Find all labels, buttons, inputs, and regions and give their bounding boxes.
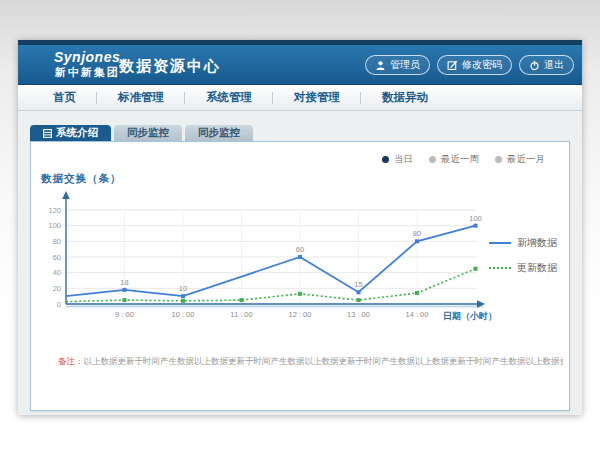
tab-label: 同步监控: [198, 126, 240, 140]
user-button[interactable]: 管理员: [365, 55, 430, 75]
svg-text:100: 100: [48, 221, 61, 230]
nav-item-system[interactable]: 系统管理: [185, 85, 273, 110]
legend-label: 更新数据: [517, 261, 557, 275]
power-icon: [529, 60, 540, 71]
page-title: 数据资源中心: [119, 57, 221, 76]
radio-label: 最近一月: [507, 153, 545, 166]
change-password-label: 修改密码: [462, 58, 502, 72]
nav-item-home[interactable]: 首页: [32, 85, 97, 110]
app-window: Synjones 新中新集团 数据资源中心 管理员 修改密码: [18, 40, 582, 415]
svg-text:13 : 00: 13 : 00: [347, 310, 370, 319]
svg-text:11 : 00: 11 : 00: [230, 310, 252, 319]
main-nav: 首页 标准管理 系统管理 对接管理 数据异动: [18, 85, 582, 111]
nav-item-data-changes[interactable]: 数据异动: [361, 85, 449, 110]
pencil-square-icon: [447, 60, 458, 71]
tab-label: 同步监控: [127, 126, 169, 140]
svg-text:80: 80: [53, 237, 61, 246]
footnote-label: 备注：: [58, 356, 84, 366]
radio-dot-icon: [382, 156, 389, 163]
svg-text:20: 20: [53, 284, 61, 293]
legend-item-updated-data: 更新数据: [489, 261, 557, 275]
legend-item-new-data: 新增数据: [489, 236, 557, 250]
svg-text:100: 100: [469, 214, 482, 223]
svg-text:60: 60: [53, 253, 61, 262]
radio-last-month[interactable]: 最近一月: [495, 153, 545, 166]
svg-text:12 : 00: 12 : 00: [289, 310, 312, 319]
logout-button[interactable]: 退出: [519, 55, 574, 75]
radio-label: 最近一周: [441, 153, 479, 166]
svg-text:18: 18: [120, 278, 128, 287]
header-actions: 管理员 修改密码 退出: [365, 55, 574, 75]
radio-dot-icon: [495, 156, 502, 163]
svg-text:9 : 00: 9 : 00: [115, 310, 134, 319]
radio-label: 当日: [394, 153, 413, 166]
svg-text:40: 40: [53, 268, 61, 277]
svg-text:日期（小时）: 日期（小时）: [443, 311, 497, 321]
chart-legend: 新增数据 更新数据: [489, 236, 557, 275]
footnote: 备注：以上数据更新于时间产生数据以上数据更新于时间产生数据以上数据更新于时间产生…: [58, 356, 563, 368]
green-dotted-sample-icon: [489, 267, 511, 269]
blue-line-sample-icon: [489, 242, 511, 244]
range-filter: 当日 最近一周 最近一月: [382, 153, 545, 166]
svg-text:15: 15: [354, 280, 362, 289]
user-button-label: 管理员: [390, 58, 420, 72]
svg-text:0: 0: [57, 300, 61, 309]
tab-sync-monitor-1[interactable]: 同步监控: [114, 125, 182, 141]
person-icon: [375, 60, 386, 71]
grid-icon: [43, 129, 52, 138]
radio-today[interactable]: 当日: [382, 153, 413, 166]
brand-logo-text: Synjones: [54, 49, 120, 65]
svg-text:14 : 00: 14 : 00: [406, 310, 429, 319]
legend-label: 新增数据: [517, 236, 557, 250]
radio-last-week[interactable]: 最近一周: [429, 153, 479, 166]
brand-logo-subtext: 新中新集团: [54, 65, 120, 79]
logout-button-label: 退出: [544, 58, 564, 72]
svg-text:60: 60: [296, 245, 304, 254]
chart-card: 当日 最近一周 最近一月 数据交换（条） 0204060801001209 : …: [30, 141, 570, 411]
app-header: Synjones 新中新集团 数据资源中心 管理员 修改密码: [18, 45, 582, 85]
svg-text:10: 10: [179, 284, 187, 293]
tab-sync-monitor-2[interactable]: 同步监控: [185, 125, 253, 141]
content-area: 系统介绍 同步监控 同步监控 当日 最近一周: [18, 111, 582, 411]
tab-label: 系统介绍: [56, 126, 98, 140]
nav-item-integration[interactable]: 对接管理: [273, 85, 361, 110]
tab-system-intro[interactable]: 系统介绍: [30, 125, 111, 141]
svg-text:10 : 00: 10 : 00: [172, 310, 195, 319]
tab-bar: 系统介绍 同步监控 同步监控: [30, 125, 570, 141]
brand-logo: Synjones 新中新集团: [54, 49, 120, 79]
svg-text:80: 80: [413, 229, 421, 238]
footnote-text: 以上数据更新于时间产生数据以上数据更新于时间产生数据以上数据更新于时间产生数据以…: [84, 356, 564, 366]
nav-item-standards[interactable]: 标准管理: [97, 85, 185, 110]
change-password-button[interactable]: 修改密码: [437, 55, 512, 75]
svg-text:120: 120: [48, 206, 61, 215]
radio-dot-icon: [429, 156, 436, 163]
